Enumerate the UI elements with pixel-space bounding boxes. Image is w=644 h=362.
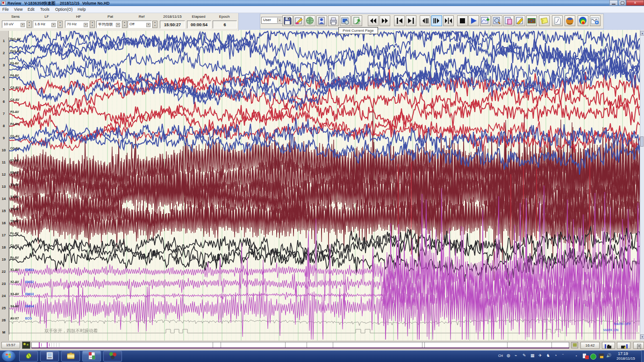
svg-text:F4-AV: F4-AV bbox=[10, 74, 19, 77]
svg-text:P3-AV: P3-AV bbox=[10, 110, 19, 114]
svg-text:T4-AV: T4-AV bbox=[10, 195, 19, 199]
svg-text:C4-AV: C4-AV bbox=[10, 98, 20, 101]
svg-text:ECG: ECG bbox=[25, 317, 32, 320]
svg-text:P4-AV: P4-AV bbox=[10, 122, 19, 126]
svg-text:F8-AV: F8-AV bbox=[10, 171, 19, 174]
svg-text:F3-AV: F3-AV bbox=[10, 62, 19, 65]
svg-text:EMG2: EMG2 bbox=[25, 280, 34, 284]
svg-text:Pz-AV: Pz-AV bbox=[10, 256, 19, 259]
svg-text:X2-AV: X2-AV bbox=[10, 280, 19, 284]
svg-text:X1-AV: X1-AV bbox=[10, 268, 19, 271]
svg-text:Cz-AV: Cz-AV bbox=[10, 244, 19, 247]
svg-text:Fp2-AV: Fp2-AV bbox=[10, 50, 21, 53]
svg-text:AV-X7: AV-X7 bbox=[10, 317, 19, 320]
svg-text:O1-AV: O1-AV bbox=[10, 135, 20, 138]
svg-text:EMG1: EMG1 bbox=[25, 268, 34, 271]
svg-text:MARK OFF: MARK OFF bbox=[614, 322, 631, 326]
svg-text:C3-AV: C3-AV bbox=[10, 86, 20, 89]
svg-text:T5-AV: T5-AV bbox=[10, 207, 19, 211]
svg-text:F7-AV: F7-AV bbox=[10, 159, 19, 162]
svg-text:EMG4: EMG4 bbox=[25, 305, 34, 308]
svg-text:MARK ON: MARK ON bbox=[603, 328, 619, 332]
svg-text:Fz-AV: Fz-AV bbox=[10, 232, 19, 235]
svg-text:Fp1-AV: Fp1-AV bbox=[10, 37, 21, 41]
svg-text:双手张开，四肢不时躁动着: 双手张开，四肢不时躁动着 bbox=[44, 328, 98, 333]
svg-text:EMG3: EMG3 bbox=[25, 292, 34, 296]
svg-text:T6-AV: T6-AV bbox=[10, 220, 19, 223]
svg-text:X4-AV: X4-AV bbox=[10, 305, 19, 308]
svg-text:T3-AV: T3-AV bbox=[10, 183, 19, 186]
svg-text:X3-AV: X3-AV bbox=[10, 292, 19, 296]
svg-text:O2-AV: O2-AV bbox=[10, 147, 20, 150]
